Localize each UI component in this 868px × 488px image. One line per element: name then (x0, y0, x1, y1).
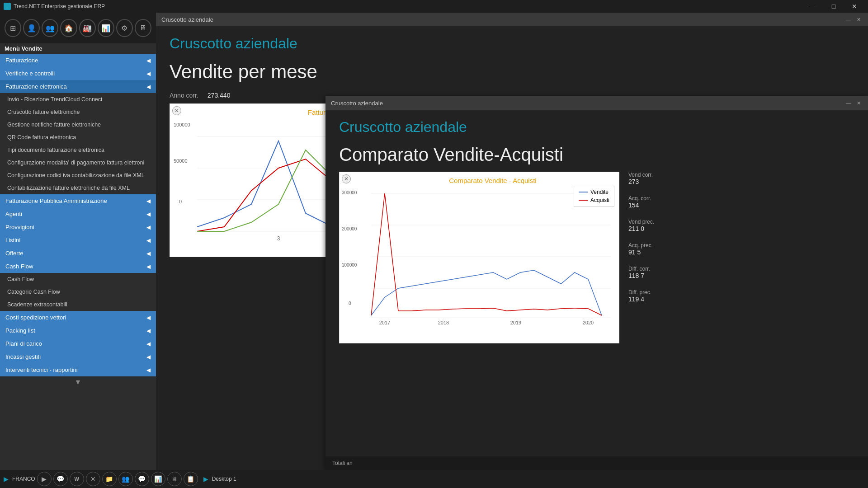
sidebar-item-incassi[interactable]: Incassi gestiti ◀ (0, 350, 156, 363)
minimize-dash2[interactable]: — (844, 99, 853, 107)
chart-2-title: Comparato Vendite - Acquisti (371, 177, 614, 184)
taskbar: ▶ FRANCO ▶ 💬 W ✕ 📁 👥 💬 📊 🖥 📋 ▶ Desktop 1 (0, 470, 868, 488)
taskbar-btn-3[interactable]: W (70, 472, 84, 486)
sidebar-item-cashflow[interactable]: Cash Flow ◀ (0, 260, 156, 273)
taskbar-user-label: FRANCO (12, 476, 35, 482)
toolbar-icon-factory[interactable]: 🏭 (79, 19, 96, 37)
stat-diff-corr-label: Diff. corr. (628, 266, 654, 272)
sidebar-item-qrcode[interactable]: QR Code fattura elettronica (0, 131, 156, 144)
taskbar-btn-9[interactable]: 🖥 (167, 472, 182, 486)
stat-diff-prec-value: 119 4 (628, 296, 654, 303)
legend-vendite-label: Vendite (590, 189, 609, 195)
right-stats-panel: Vend corr. 273 Acq. corr. 154 Vend prec.… (628, 172, 654, 313)
taskbar-arrow2-icon: ▶ (203, 475, 208, 483)
toolbar-icon-building[interactable]: 🏠 (60, 19, 77, 37)
stat-diff-prec-label: Diff. prec. (628, 289, 654, 296)
toolbar-icon-chart[interactable]: 📊 (98, 19, 114, 37)
sidebar-item-verifiche[interactable]: Verifiche e controlli ◀ (0, 67, 156, 80)
main-area: Cruscotto aziendale — ✕ Cruscotto aziend… (156, 13, 868, 470)
sidebar-item-scadenze[interactable]: Scadenze extracontabili (0, 298, 156, 311)
toolbar-icon-monitor[interactable]: 🖥 (135, 19, 151, 37)
app-title: Trend.NET Enterprise gestionale ERP (14, 3, 105, 9)
chevron-icon: ◀ (146, 328, 151, 334)
sidebar-item-costi-spedizione[interactable]: Costi spedizione vettori ◀ (0, 311, 156, 324)
scroll-down-arrow[interactable]: ▼ (0, 376, 156, 388)
maximize-button[interactable]: □ (824, 0, 844, 13)
stat-acq-prec-value: 91 5 (628, 249, 654, 256)
sidebar-item-offerte[interactable]: Offerte ◀ (0, 247, 156, 260)
toolbar-icon-users[interactable]: 👥 (42, 19, 58, 37)
stat-acq-corr-value: 154 (628, 202, 654, 209)
title-bar-controls: — □ ✕ (803, 0, 864, 13)
chevron-icon: ◀ (146, 57, 151, 64)
sidebar-item-packing[interactable]: Packing list ◀ (0, 324, 156, 337)
sidebar-item-fatturazione-elettronica[interactable]: Fatturazione elettronica ◀ (0, 80, 156, 93)
close-dash1[interactable]: ✕ (854, 15, 863, 23)
stat-vend-prec-label: Vend prec. (628, 219, 654, 225)
sidebar-item-categorie-cashflow[interactable]: Categorie Cash Flow (0, 286, 156, 298)
y2-300000: 300000 (342, 190, 357, 195)
chevron-icon: ◀ (146, 224, 151, 230)
stat-diff-prec: Diff. prec. 119 4 (628, 289, 654, 303)
taskbar-btn-8[interactable]: 📊 (151, 472, 165, 486)
taskbar-btn-10[interactable]: 📋 (184, 472, 198, 486)
taskbar-btn-1[interactable]: ▶ (37, 472, 52, 486)
sidebar-item-provvigioni[interactable]: Provvigioni ◀ (0, 221, 156, 234)
svg-point-0 (5, 4, 9, 9)
y-label-100000: 100000 (174, 122, 190, 127)
sidebar-item-config-pagamento[interactable]: Configurazione modalita' di pagamento fa… (0, 156, 156, 169)
sidebar-item-cruscotto-fatture[interactable]: Cruscotto fatture elettroniche (0, 106, 156, 118)
minimize-button[interactable]: — (803, 0, 823, 13)
y2-100000: 100000 (342, 263, 357, 267)
chevron-icon: ◀ (146, 237, 151, 244)
title-bar-left: Trend.NET Enterprise gestionale ERP (4, 3, 105, 10)
close-dash2[interactable]: ✕ (854, 99, 863, 107)
sidebar-item-pubblica-amm[interactable]: Fatturazione Pubblica Amministrazione ◀ (0, 194, 156, 207)
close-button[interactable]: ✕ (844, 0, 864, 13)
chart-1-close[interactable]: ✕ (172, 106, 181, 115)
stat-acq-corr: Acq. corr. 154 (628, 195, 654, 209)
sidebar-content: Fatturazione ◀ Verifiche e controlli ◀ F… (0, 54, 156, 459)
taskbar-btn-4[interactable]: ✕ (86, 472, 100, 486)
anno-corrente-value: 273.440 (208, 92, 231, 99)
totali-bar: Totali an (326, 456, 868, 470)
dashboard-content-2: Cruscotto aziendale Comparato Vendite-Ac… (326, 110, 868, 352)
chevron-icon: ◀ (146, 211, 151, 217)
sidebar-item-listini[interactable]: Listini ◀ (0, 234, 156, 247)
toolbar-icon-settings[interactable]: ⚙ (116, 19, 133, 37)
legend-vendite: Vendite (579, 189, 609, 195)
minimize-dash1[interactable]: — (844, 15, 853, 23)
sidebar-item-tipi-documento[interactable]: Tipi documento fatturazione elettronica (0, 144, 156, 156)
sidebar-item-interventi[interactable]: Interventi tecnici - rapportini ◀ (0, 363, 156, 376)
svg-text:2018: 2018 (438, 320, 449, 325)
totali-label: Totali an (332, 460, 353, 466)
chevron-icon: ◀ (146, 263, 151, 270)
sidebar-item-gestione-notifiche[interactable]: Gestione notifiche fatture elettroniche (0, 118, 156, 131)
chevron-icon: ◀ (146, 354, 151, 360)
taskbar-btn-2[interactable]: 💬 (53, 472, 68, 486)
stat-acq-corr-label: Acq. corr. (628, 195, 654, 202)
taskbar-btn-6[interactable]: 👥 (118, 472, 133, 486)
sidebar-item-config-iva[interactable]: Configurazione codici iva contabilizzazi… (0, 169, 156, 182)
toolbar-icon-home[interactable]: ⊞ (5, 19, 21, 37)
taskbar-btn-5[interactable]: 📁 (102, 472, 117, 486)
taskbar-btn-7[interactable]: 💬 (135, 472, 149, 486)
chart-2-close[interactable]: ✕ (342, 174, 351, 183)
sidebar-item-piani[interactable]: Piani di carico ◀ (0, 337, 156, 350)
sidebar-item-contabilizzazione[interactable]: Contabilizzazione fatture elettroniche d… (0, 182, 156, 194)
legend-acquisti-line (579, 200, 588, 201)
chevron-icon: ◀ (146, 84, 151, 90)
sidebar-item-cashflow-sub[interactable]: Cash Flow (0, 273, 156, 286)
chevron-icon: ◀ (146, 70, 151, 77)
titlebar-controls-1: — ✕ (844, 15, 863, 23)
toolbar-icon-user[interactable]: 👤 (23, 19, 40, 37)
sidebar-item-agenti[interactable]: Agenti ◀ (0, 207, 156, 221)
sidebar-item-invio[interactable]: Invio - Ricezione TrendCloud Connect (0, 93, 156, 106)
cruscotto-title-1: Cruscotto aziendale (170, 35, 854, 52)
title-bar: Trend.NET Enterprise gestionale ERP — □ … (0, 0, 868, 13)
stat-vend-prec: Vend prec. 211 0 (628, 219, 654, 232)
chevron-icon: ◀ (146, 198, 151, 204)
stat-diff-corr: Diff. corr. 118 7 (628, 266, 654, 279)
dashboard-titlebar-2: Cruscotto aziendale — ✕ (326, 96, 868, 110)
sidebar-item-fatturazione[interactable]: Fatturazione ◀ (0, 54, 156, 67)
